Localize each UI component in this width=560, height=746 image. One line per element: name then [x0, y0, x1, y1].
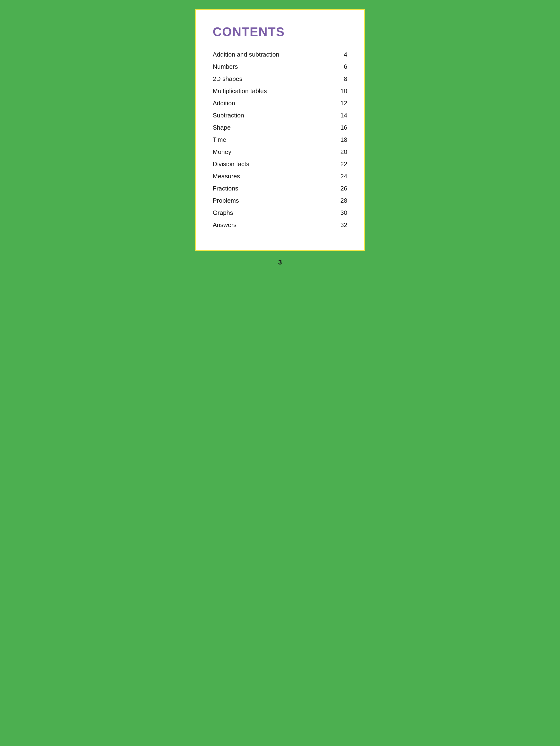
item-title: Problems — [213, 197, 239, 204]
item-title: Graphs — [213, 209, 233, 217]
list-item: Graphs30 — [213, 207, 347, 219]
item-title: Measures — [213, 173, 240, 180]
item-title: 2D shapes — [213, 75, 242, 83]
list-item: Problems28 — [213, 195, 347, 207]
item-page-number: 30 — [338, 209, 347, 217]
item-title: Shape — [213, 124, 231, 131]
page-number: 3 — [195, 259, 365, 266]
item-title: Answers — [213, 221, 237, 229]
item-page-number: 32 — [338, 221, 347, 229]
item-page-number: 6 — [338, 63, 347, 70]
list-item: Measures24 — [213, 170, 347, 182]
item-title: Addition — [213, 99, 235, 107]
item-title: Addition and subtraction — [213, 51, 279, 58]
list-item: Addition and subtraction4 — [213, 49, 347, 61]
item-page-number: 28 — [338, 197, 347, 204]
item-page-number: 4 — [338, 51, 347, 58]
list-item: Addition12 — [213, 97, 347, 109]
list-item: Fractions26 — [213, 182, 347, 195]
list-item: Numbers6 — [213, 61, 347, 73]
item-title: Multiplication tables — [213, 87, 267, 95]
list-item: Answers32 — [213, 219, 347, 231]
item-page-number: 10 — [338, 87, 347, 95]
item-title: Subtraction — [213, 112, 244, 119]
page-inner: CONTENTS Addition and subtraction4Number… — [195, 9, 365, 251]
item-page-number: 18 — [338, 136, 347, 143]
list-item: Shape16 — [213, 121, 347, 134]
item-page-number: 20 — [338, 148, 347, 156]
list-item: Subtraction14 — [213, 109, 347, 121]
item-page-number: 12 — [338, 99, 347, 107]
contents-list: Addition and subtraction4Numbers62D shap… — [213, 49, 347, 231]
list-item: Money20 — [213, 146, 347, 158]
item-page-number: 14 — [338, 112, 347, 119]
item-title: Numbers — [213, 63, 238, 70]
page-container: CONTENTS Addition and subtraction4Number… — [190, 5, 370, 270]
item-page-number: 24 — [338, 173, 347, 180]
item-page-number: 16 — [338, 124, 347, 131]
item-page-number: 22 — [338, 161, 347, 168]
list-item: Division facts22 — [213, 158, 347, 170]
list-item: 2D shapes8 — [213, 73, 347, 85]
list-item: Time18 — [213, 134, 347, 146]
item-title: Fractions — [213, 185, 238, 192]
item-title: Money — [213, 148, 231, 156]
item-page-number: 8 — [338, 75, 347, 83]
list-item: Multiplication tables10 — [213, 85, 347, 97]
item-title: Division facts — [213, 161, 249, 168]
item-title: Time — [213, 136, 227, 143]
page-title: CONTENTS — [213, 25, 347, 39]
item-page-number: 26 — [338, 185, 347, 192]
